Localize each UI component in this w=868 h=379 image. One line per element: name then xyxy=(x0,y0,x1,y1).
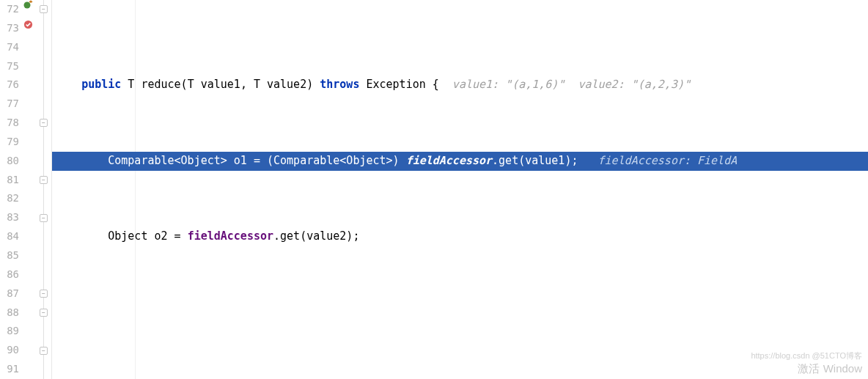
run-marker-icon[interactable] xyxy=(23,0,34,12)
caret-guide xyxy=(135,0,136,379)
fold-toggle-icon[interactable]: − xyxy=(40,290,48,298)
text: Object o2 = xyxy=(108,229,187,243)
line-number[interactable]: 72 xyxy=(0,0,19,19)
fold-toggle-icon[interactable]: − xyxy=(40,347,48,355)
punct: , xyxy=(240,78,254,91)
gutter: 72 73 74 75 76 77 78 79 80 81 82 83 84 8… xyxy=(0,0,52,379)
line-number[interactable]: 83 xyxy=(0,208,19,227)
fold-guide-line xyxy=(43,0,44,379)
fold-toggle-icon[interactable]: − xyxy=(40,309,48,317)
fold-column: − − − − − − − xyxy=(37,0,51,379)
code-line-highlighted[interactable]: Comparable<Object> o1 = (Comparable<Obje… xyxy=(52,152,868,171)
watermark-text: https://blog.csdn @51CTO博客 xyxy=(751,350,862,361)
code-area[interactable]: public T reduce(T value1, T value2) thro… xyxy=(52,0,868,379)
param: T value1 xyxy=(188,78,240,91)
field-ref: fieldAccessor xyxy=(406,154,492,167)
line-number[interactable]: 89 xyxy=(0,322,19,341)
line-number[interactable]: 73 xyxy=(0,19,19,38)
line-number[interactable]: 82 xyxy=(0,189,19,208)
line-number[interactable]: 91 xyxy=(0,360,19,379)
line-number[interactable]: 87 xyxy=(0,284,19,303)
fold-toggle-icon[interactable]: − xyxy=(40,214,48,222)
indent xyxy=(55,154,108,167)
method-name: reduce xyxy=(141,78,180,91)
text: .get(value1); xyxy=(492,154,578,167)
code-line[interactable]: public T reduce(T value1, T value2) thro… xyxy=(52,76,868,95)
text: Exception { xyxy=(359,78,438,91)
code-editor: 72 73 74 75 76 77 78 79 80 81 82 83 84 8… xyxy=(0,0,868,379)
marker-column xyxy=(22,0,37,379)
line-number[interactable]: 81 xyxy=(0,171,19,190)
line-number[interactable]: 85 xyxy=(0,246,19,265)
code-line[interactable] xyxy=(52,303,868,323)
fold-toggle-icon[interactable]: − xyxy=(40,5,48,13)
indent xyxy=(55,229,108,243)
line-number[interactable]: 74 xyxy=(0,38,19,57)
fold-toggle-icon[interactable]: − xyxy=(40,176,48,184)
param: T value2 xyxy=(254,78,306,91)
line-number[interactable]: 77 xyxy=(0,95,19,114)
line-number[interactable]: 78 xyxy=(0,114,19,133)
text: .get(value2); xyxy=(273,229,359,243)
breakpoint-icon[interactable] xyxy=(23,19,33,32)
line-number[interactable]: 76 xyxy=(0,76,19,95)
line-number[interactable]: 86 xyxy=(0,265,19,284)
keyword: public xyxy=(81,78,121,91)
line-number[interactable]: 75 xyxy=(0,57,19,76)
text: Comparable<Object> o1 = (Comparable<Obje… xyxy=(108,154,405,167)
line-number-column: 72 73 74 75 76 77 78 79 80 81 82 83 84 8… xyxy=(0,0,22,379)
svg-point-0 xyxy=(24,2,31,9)
line-number[interactable]: 90 xyxy=(0,341,19,360)
keyword: throws xyxy=(320,78,359,91)
code-line[interactable]: Object o2 = fieldAccessor.get(value2); xyxy=(52,227,868,246)
type: T xyxy=(128,78,134,91)
fold-toggle-icon[interactable]: − xyxy=(40,119,48,127)
line-number[interactable]: 79 xyxy=(0,133,19,152)
punct: ) xyxy=(306,78,320,91)
field-ref: fieldAccessor xyxy=(188,229,273,243)
line-number[interactable]: 80 xyxy=(0,152,19,171)
line-number[interactable]: 84 xyxy=(0,227,19,246)
activate-windows-text: 激活 Window xyxy=(798,362,862,376)
line-number[interactable]: 88 xyxy=(0,303,19,323)
inline-hint: value1: "(a,1,6)" value2: "(a,2,3)" xyxy=(439,78,691,91)
inline-hint: fieldAccessor: FieldA xyxy=(578,154,737,167)
